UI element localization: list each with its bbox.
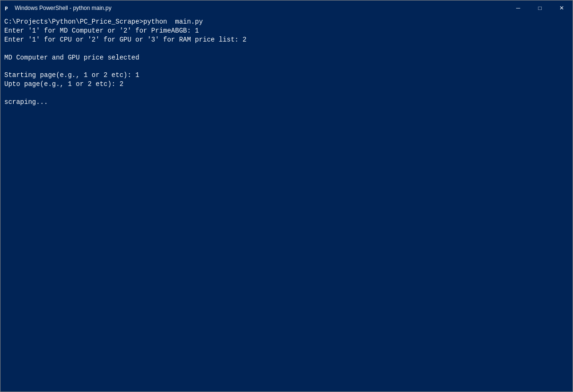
close-button[interactable]: ✕ <box>551 0 573 16</box>
titlebar-controls: ─ □ ✕ <box>507 0 573 16</box>
powershell-window: P Windows PowerShell - python main.py ─ … <box>0 0 573 392</box>
console-area: C:\Projects\Python\PC_Price_Scrape>pytho… <box>0 16 573 392</box>
titlebar-left: P Windows PowerShell - python main.py <box>4 4 112 12</box>
window: P Windows PowerShell - python main.py ─ … <box>0 0 573 392</box>
powershell-icon: P <box>4 4 12 12</box>
maximize-button[interactable]: □ <box>529 0 551 16</box>
titlebar: P Windows PowerShell - python main.py ─ … <box>0 0 573 16</box>
titlebar-title: Windows PowerShell - python main.py <box>15 5 112 11</box>
svg-text:P: P <box>5 6 8 12</box>
console-output: C:\Projects\Python\PC_Price_Scrape>pytho… <box>4 17 569 107</box>
minimize-button[interactable]: ─ <box>507 0 529 16</box>
